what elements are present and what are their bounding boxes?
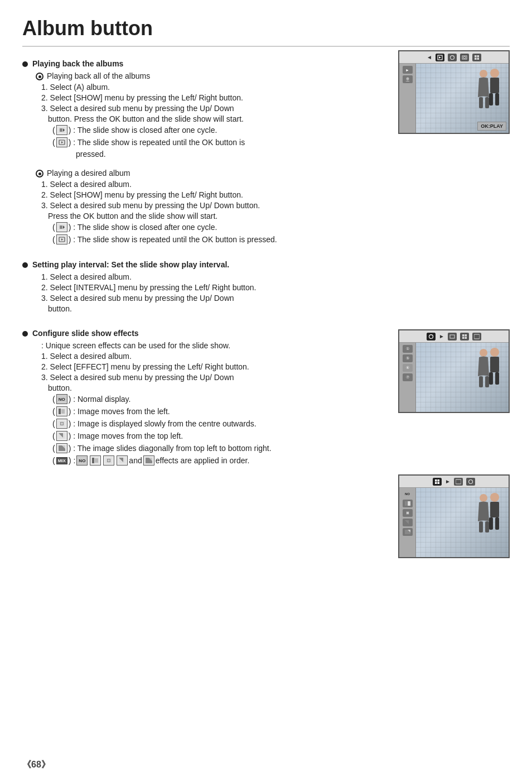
section-interval: Setting play interval: Set the slide sho…	[22, 260, 510, 313]
i-step-1: 1. Select a desired album.	[41, 272, 510, 281]
screen1-topbar: ◄	[399, 51, 509, 64]
mix-img-topleft-icon	[117, 455, 128, 466]
i-step-2: 2. Select [INTERVAL] menu by pressing th…	[41, 283, 510, 292]
screen2-sb-i4: ⑦	[403, 373, 413, 381]
svg-rect-68	[438, 482, 440, 484]
svg-rect-64	[485, 376, 489, 387]
page-title: Album button	[22, 17, 510, 47]
screen1-content: ► O	[399, 64, 509, 133]
circle-heading-text: Playing back all of the albums	[47, 71, 150, 80]
svg-rect-84	[485, 521, 489, 532]
d-step-3: 3. Select a desired sub menu by pressing…	[41, 201, 510, 210]
svg-rect-54	[465, 334, 467, 337]
page-footer: 《68》	[22, 759, 50, 771]
svg-rect-79	[490, 502, 499, 517]
screen2-sidebar: ① ⑤ ⑥ ⑦	[399, 343, 416, 412]
circle-dot	[36, 73, 43, 80]
d-step-1: 1. Select a desired album.	[41, 180, 510, 189]
circle-heading-text2: Playing a desired album	[47, 169, 130, 177]
paren-close2: ) : The slide show is repeated until the…	[69, 138, 245, 147]
svg-rect-65	[435, 479, 437, 482]
e-paren-open: (	[52, 395, 55, 404]
screen1-sb-item1: ►	[403, 66, 413, 74]
screen2-sb-i2: ⑤	[403, 354, 413, 362]
svg-rect-56	[465, 337, 467, 339]
e-icon-img-centre: ( ) : Image is displayed slowly from the…	[52, 419, 510, 429]
svg-rect-11	[59, 409, 61, 414]
svg-rect-45	[489, 93, 493, 105]
paren-open: (	[52, 126, 55, 135]
camera-screen-2: ► ① ⑤ ⑥ ⑦	[398, 329, 510, 413]
e-icon-img-diag: ( ) : The image slides diagonally from t…	[52, 443, 510, 453]
svg-rect-69	[456, 479, 461, 484]
bullet-interval-text: Setting play interval: Set the slide sho…	[32, 260, 229, 269]
pressed-text: pressed.	[76, 150, 510, 159]
svg-point-34	[450, 55, 454, 59]
svg-rect-71	[405, 501, 407, 506]
screen3-sb-i4	[403, 528, 413, 536]
screen1-icon2	[448, 54, 457, 61]
screen2-sb-i1: ①	[403, 345, 413, 353]
d-play-icon	[56, 222, 67, 232]
d-step-2: 2. Select [SHOW] menu by pressing the Le…	[41, 190, 510, 199]
svg-rect-48	[479, 97, 483, 108]
svg-marker-33	[439, 56, 441, 59]
svg-point-47	[480, 70, 487, 78]
svg-marker-75	[405, 520, 409, 524]
screen1-sidebar: ►	[399, 64, 416, 133]
no-icon: NO	[56, 394, 67, 404]
d-repeat-icon	[56, 234, 67, 244]
d-paren-open: (	[52, 223, 55, 232]
img-diag-icon	[56, 443, 67, 453]
img-centre-icon	[56, 419, 67, 429]
e-icon-img-topleft: ( ) : Image moves from the top left.	[52, 431, 510, 441]
svg-point-58	[490, 348, 499, 357]
screen3-icon2	[454, 478, 463, 486]
mix-no-icon: NO	[76, 455, 88, 466]
d-icon-play-item: ( ) : The slide show is closed after one…	[52, 222, 510, 232]
mix-img-centre-icon	[103, 455, 114, 466]
svg-rect-83	[479, 521, 483, 532]
svg-rect-49	[485, 97, 489, 108]
screen2-icon3	[460, 333, 469, 340]
svg-rect-59	[490, 357, 499, 372]
svg-rect-52	[450, 335, 454, 338]
camera-screen-3: ► NO	[398, 474, 510, 558]
screen2-content: ① ⑤ ⑥ ⑦	[399, 343, 509, 412]
mix-img-diag-icon	[143, 455, 154, 466]
d-step-3-cont: Press the OK button and the slide show w…	[48, 212, 510, 220]
svg-rect-1	[60, 128, 62, 132]
screen1-arrow-left: ◄	[427, 54, 432, 60]
sub-desired-album: Playing a desired album 1. Select a desi…	[36, 169, 510, 244]
svg-rect-66	[438, 479, 440, 482]
svg-rect-44	[490, 78, 499, 93]
d-icon-repeat-item: ( ) : The slide show is repeated until t…	[52, 234, 510, 244]
svg-rect-15	[61, 423, 63, 425]
page: Album button Playing back the albums Pla…	[0, 0, 532, 782]
svg-rect-46	[495, 93, 499, 105]
screen2-icon2	[448, 333, 457, 340]
paren-close: ) : The slide show is closed after one c…	[69, 126, 217, 135]
play-icon	[56, 125, 67, 135]
svg-rect-6	[60, 226, 62, 229]
screen3-sb-i1	[403, 500, 413, 507]
bullet-dot3	[22, 331, 28, 337]
screen1-icon4	[472, 54, 481, 61]
bullet-dot2	[22, 262, 28, 268]
screen3-sb-i2	[403, 509, 413, 517]
svg-rect-53	[462, 334, 465, 337]
img-left-icon	[56, 406, 67, 416]
svg-rect-12	[61, 409, 65, 414]
svg-point-62	[480, 349, 487, 357]
svg-rect-67	[435, 482, 437, 484]
screen3-icon3	[466, 478, 475, 486]
svg-point-42	[406, 78, 409, 80]
screen2-icon1	[427, 333, 436, 340]
svg-point-82	[480, 494, 487, 502]
e-icon-mix-line: ( MIX ) : NO and effects are applied i	[52, 455, 510, 466]
svg-point-78	[490, 493, 499, 502]
svg-rect-55	[462, 337, 465, 339]
mix-img-left-icon	[90, 455, 101, 466]
svg-rect-61	[495, 372, 499, 385]
svg-point-37	[463, 56, 466, 59]
